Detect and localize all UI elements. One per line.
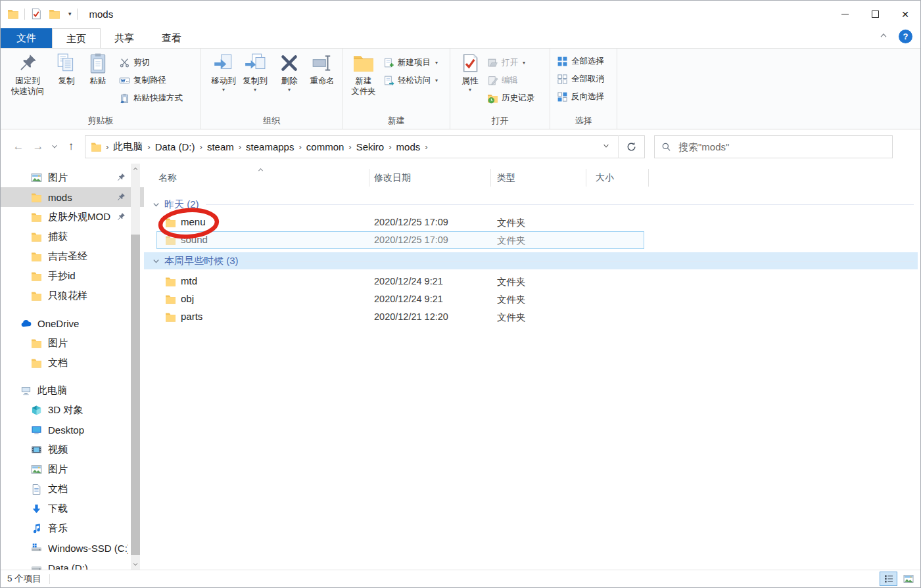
column-divider[interactable] (586, 169, 586, 187)
breadcrumb-item[interactable]: steamapps (241, 141, 298, 152)
scrollbar-thumb[interactable] (131, 235, 140, 555)
sidebar-item-data-d[interactable]: Data (D:) (1, 558, 144, 570)
sidebar-item-pictures-pinned[interactable]: 图片 (1, 168, 144, 187)
sidebar-item-mods[interactable]: mods (1, 187, 144, 207)
forward-button[interactable]: → (28, 140, 48, 153)
new-item-button[interactable]: 新建项目 ▾ (383, 57, 438, 68)
file-row-sound[interactable]: sound 2020/12/25 17:09 文件夹 (144, 231, 918, 249)
copy-path-button[interactable]: 复制路径 (119, 75, 166, 86)
sidebar-item-onedrive-pictures[interactable]: 图片 (1, 333, 144, 353)
collapse-ribbon-chevron-icon[interactable] (879, 31, 888, 43)
sidebar-item-skin-mod[interactable]: 皮肤外观MOD (1, 207, 144, 227)
new-folder-button[interactable]: 新建 文件夹 (348, 52, 379, 97)
minimize-button[interactable] (830, 1, 860, 27)
close-button[interactable]: × (890, 1, 920, 27)
search-box[interactable] (654, 135, 893, 158)
easy-access-button[interactable]: 轻松访问 ▾ (383, 75, 438, 86)
edit-button[interactable]: 编辑 (487, 75, 518, 86)
properties-button[interactable]: 属性 ▾ (458, 52, 482, 93)
column-divider[interactable] (369, 169, 369, 187)
address-dropdown-chevron-icon[interactable] (594, 141, 618, 152)
breadcrumb-item[interactable]: Data (D:) (151, 141, 200, 152)
qat-properties-icon[interactable] (30, 8, 42, 20)
column-header-type[interactable]: 类型 (497, 172, 515, 184)
address-bar[interactable]: › 此电脑 › Data (D:) › steam › steamapps › … (85, 135, 645, 158)
tab-home[interactable]: 主页 (52, 28, 101, 48)
sidebar-item-this-pc[interactable]: 此电脑 (1, 380, 144, 400)
help-button[interactable]: ? (899, 30, 912, 43)
sidebar-item-sekiro-huayang[interactable]: 只狼花样 (1, 286, 144, 305)
paste-button[interactable]: 粘贴 (83, 52, 112, 87)
breadcrumb-item[interactable]: mods (392, 141, 425, 152)
open-button[interactable]: 打开 ▾ (487, 57, 525, 68)
column-divider[interactable] (648, 169, 649, 187)
details-view-button[interactable] (880, 572, 897, 586)
delete-button[interactable]: 删除 ▾ (275, 52, 304, 93)
tab-view[interactable]: 查看 (148, 28, 195, 48)
move-to-button[interactable]: 移动到 ▾ (208, 52, 239, 93)
file-name[interactable]: sound (181, 234, 208, 245)
file-name[interactable]: mtd (181, 275, 197, 286)
search-input[interactable] (677, 141, 886, 153)
group-header-earlier-this-week[interactable]: 本周早些时候 (3) (144, 252, 918, 269)
large-icons-view-button[interactable] (899, 572, 917, 586)
sidebar-item-jiji[interactable]: 吉吉圣经 (1, 246, 144, 266)
column-header-date[interactable]: 修改日期 (374, 172, 411, 184)
maximize-button[interactable] (860, 1, 890, 27)
sidebar-item-music[interactable]: 音乐 (1, 518, 144, 538)
sidebar-scrollbar[interactable] (131, 164, 140, 570)
paste-shortcut-button[interactable]: 粘贴快捷方式 (119, 93, 183, 104)
select-all-button[interactable]: 全部选择 (557, 56, 604, 67)
scroll-up-icon[interactable] (131, 164, 140, 174)
group-collapse-chevron-icon[interactable] (152, 257, 160, 265)
file-name[interactable]: parts (181, 311, 202, 322)
qat-new-folder-icon[interactable] (49, 8, 60, 20)
breadcrumb-item[interactable]: steam (202, 141, 239, 152)
sidebar-item-documents[interactable]: 文档 (1, 479, 144, 499)
refresh-button[interactable] (618, 135, 644, 158)
tab-file[interactable]: 文件 (1, 28, 52, 48)
folder-icon (31, 338, 42, 349)
tab-share[interactable]: 共享 (101, 28, 148, 48)
invert-selection-button[interactable]: 反向选择 (557, 91, 604, 102)
qat-customize-chevron-icon[interactable]: ▾ (68, 11, 72, 17)
rename-button[interactable]: 重命名 (305, 52, 339, 87)
sidebar-item-desktop[interactable]: Desktop (1, 420, 144, 440)
file-row-obj[interactable]: obj 2020/12/24 9:21 文件夹 (144, 290, 918, 308)
open-icon (487, 57, 498, 68)
copy-to-button[interactable]: 复制到 ▾ (239, 52, 271, 93)
sidebar-item-videos[interactable]: 视频 (1, 440, 144, 459)
group-header-yesterday[interactable]: 昨天 (2) (144, 196, 918, 213)
sidebar-item-label: 此电脑 (37, 384, 67, 397)
copy-button[interactable]: 复制 (53, 52, 80, 87)
titlebar[interactable]: ▾ mods × (1, 1, 920, 27)
column-divider[interactable] (490, 169, 491, 187)
sidebar-item-downloads[interactable]: 下载 (1, 499, 144, 518)
sidebar-item-onedrive-documents[interactable]: 文档 (1, 353, 144, 373)
sidebar-item-shouchao-id[interactable]: 手抄id (1, 266, 144, 286)
column-header-name[interactable]: 名称 (158, 172, 177, 184)
breadcrumb-item[interactable]: 此电脑 (108, 141, 147, 153)
sidebar-item-onedrive[interactable]: OneDrive (1, 313, 144, 333)
up-button[interactable]: ↑ (61, 140, 81, 153)
recent-locations-chevron-icon[interactable] (48, 143, 61, 150)
select-none-button[interactable]: 全部取消 (557, 74, 604, 85)
back-button[interactable]: ← (9, 140, 28, 153)
breadcrumb-item[interactable]: Sekiro (352, 141, 389, 152)
cut-button[interactable]: 剪切 (119, 57, 150, 68)
file-name[interactable]: obj (181, 293, 194, 304)
pin-to-quick-access-button[interactable]: 固定到 快速访问 (6, 52, 49, 97)
breadcrumb-item[interactable]: common (302, 141, 349, 152)
column-header-size[interactable]: 大小 (596, 172, 614, 184)
scroll-down-icon[interactable] (131, 559, 140, 570)
sidebar-item-3d-objects[interactable]: 3D 对象 (1, 400, 144, 420)
sidebar-item-captures[interactable]: 捕获 (1, 227, 144, 246)
sidebar-item-pictures[interactable]: 图片 (1, 459, 144, 479)
file-row-parts[interactable]: parts 2020/12/21 12:20 文件夹 (144, 308, 918, 326)
sidebar-item-windows-ssd-c[interactable]: Windows-SSD (C:) (1, 538, 144, 558)
file-row-menu[interactable]: menu 2020/12/25 17:09 文件夹 (144, 214, 918, 231)
history-button[interactable]: 历史记录 (487, 93, 534, 104)
file-name[interactable]: menu (181, 216, 206, 227)
file-row-mtd[interactable]: mtd 2020/12/24 9:21 文件夹 (144, 273, 918, 290)
group-collapse-chevron-icon[interactable] (152, 200, 160, 209)
